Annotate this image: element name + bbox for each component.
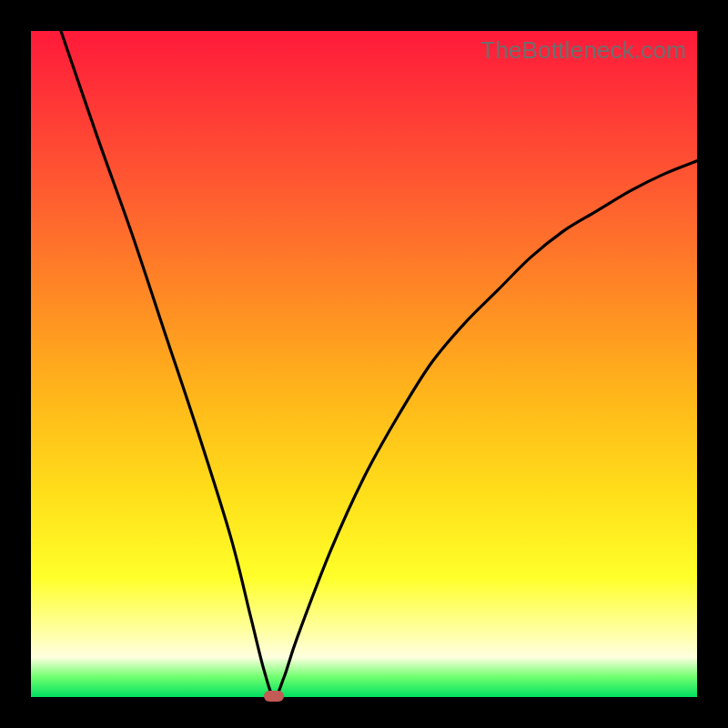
curve-svg — [31, 31, 697, 697]
watermark-text: TheBottleneck.com — [480, 36, 686, 65]
bottleneck-curve-path — [61, 31, 697, 697]
plot-area: TheBottleneck.com — [31, 31, 697, 697]
chart-frame: TheBottleneck.com — [0, 0, 728, 728]
bottleneck-marker — [264, 691, 284, 702]
